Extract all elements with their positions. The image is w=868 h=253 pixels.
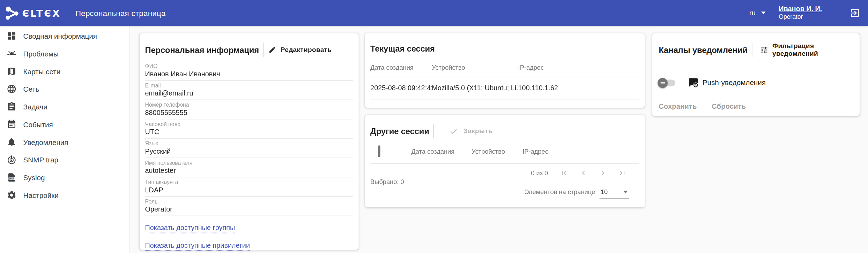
eltex-logo[interactable]: ЄLTЄX [5,5,61,21]
check-icon [450,127,458,135]
items-per-page-label: Элементов на странице [524,189,595,195]
header-divider [433,124,434,138]
bell-icon [7,137,17,147]
current-session-card: Текущая сессия Дата создания Устройство … [365,33,645,108]
chevron-down-icon [623,190,628,193]
sidebar-item-events[interactable]: События [0,115,129,133]
gear-icon [7,190,17,200]
prev-page-icon[interactable] [579,169,588,177]
save-button[interactable]: Сохранить [659,103,697,110]
eltex-molecule-icon [5,5,20,21]
chevron-down-icon [761,12,766,14]
calendar-icon [7,120,17,130]
language-value: ru [749,9,756,17]
reset-button[interactable]: Сбросить [712,103,746,110]
pencil-icon [268,46,276,54]
language-select[interactable]: ru [749,9,765,17]
range-label: 0 из 0 [531,170,548,176]
other-sessions-table-header: Дата создания Устройство IP-адрес [370,146,639,163]
user-role: Operator [779,14,822,21]
push-notification-icon [688,77,699,88]
sidebar-item-network-maps[interactable]: Карты сети [0,62,129,80]
tune-icon [760,46,769,54]
notification-channels-card: Каналы уведомлений Фильтрация уведомлени… [652,33,860,116]
sidebar-item-problems[interactable]: Проблемы [0,45,129,62]
field-language: Язык Русский [145,139,353,158]
field-timezone: Часовой пояс UTC [145,120,353,139]
syslog-icon: LOG [7,172,17,183]
eltex-brand-text: ЄLTЄX [22,7,61,18]
sidebar-item-notifications[interactable]: Уведомления [0,133,129,151]
sidebar-item-settings[interactable]: Настройки [0,186,129,204]
sidebar: Сводная информация Проблемы Карты сети С… [0,26,130,253]
selected-count: Выбрано: 0 [370,178,404,185]
sidebar-item-network[interactable]: Сеть [0,80,129,98]
select-all-checkbox[interactable] [378,145,380,157]
sidebar-item-snmp-trap[interactable]: SNMP trap [0,151,129,169]
logout-icon[interactable] [850,8,860,18]
current-session-table-header: Дата создания Устройство IP-адрес [370,64,639,77]
next-page-icon[interactable] [599,169,607,177]
map-icon [7,66,17,76]
current-session-title: Текущая сессия [370,33,639,53]
header-divider [752,43,752,57]
globe-icon [7,84,17,94]
first-page-icon[interactable] [560,169,569,177]
push-toggle[interactable] [659,79,675,86]
svg-text:LOG: LOG [9,178,14,180]
edit-button[interactable]: Редактировать [268,46,332,54]
sidebar-item-summary[interactable]: Сводная информация [0,27,129,45]
personal-info-title: Персональная информация [145,45,259,54]
user-menu[interactable]: Иванов И. И. Operator [779,5,822,21]
last-page-icon[interactable] [618,169,626,177]
sidebar-item-syslog[interactable]: LOG Syslog [0,169,129,186]
field-phone: Номер телефона 88005555555 [145,100,353,120]
page-title: Персональная страница [75,9,166,17]
user-name-link[interactable]: Иванов И. И. [779,5,822,14]
toggle-thumb [658,78,668,88]
personal-info-card: Персональная информация Редактировать ФИ… [140,33,359,250]
field-account-type: Тип аккаунта LDAP [145,177,353,197]
push-notifications-label: Push-уведомления [703,78,766,87]
personal-page: ЄLTЄX Персональная страница ru Иванов И.… [0,0,868,253]
other-sessions-card: Другие сессии Закрыть Дата создания Устр… [365,115,645,207]
field-email: E-mail email@email.ru [145,81,353,100]
other-sessions-title: Другие сессии [370,126,429,136]
items-per-page-select[interactable]: 10 [600,187,629,199]
show-groups-link[interactable]: Показать доступные группы [145,224,235,233]
channels-title: Каналы уведомлений [659,45,747,54]
close-sessions-button[interactable]: Закрыть [450,127,492,135]
field-role: Роль Operator [145,197,353,216]
filter-notifications-button[interactable]: Фильтрация уведомлений [760,42,853,58]
dashboard-icon [7,31,17,41]
header-divider [264,43,264,57]
snmp-trap-icon [7,155,17,165]
paginator: 0 из 0 [531,169,626,177]
items-per-page: Элементов на странице 10 [524,187,629,199]
table-row: 2025-08-08 09:42:41 Mozilla/5.0 (X11; Ub… [370,77,639,99]
field-username: Имя пользователя autotester [145,158,353,178]
field-fio: ФИО Иванов Иван Иванович [145,61,353,81]
clipboard-icon [7,102,17,112]
alarm-icon [7,49,17,59]
sidebar-item-tasks[interactable]: Задачи [0,98,129,116]
personal-fields: ФИО Иванов Иван Иванович E-mail email@em… [145,61,353,216]
top-bar: ЄLTЄX Персональная страница ru Иванов И.… [0,0,868,26]
show-privileges-link[interactable]: Показать доступные привилегии [145,242,250,251]
